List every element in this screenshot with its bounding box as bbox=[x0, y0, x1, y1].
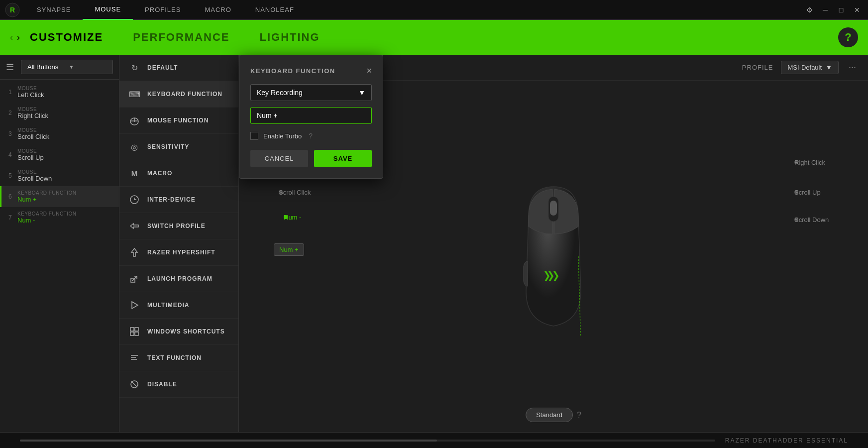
menu-item-label: RAZER HYPERSHIFT bbox=[147, 249, 216, 256]
subnav-lighting[interactable]: LIGHTING bbox=[260, 31, 320, 44]
default-icon bbox=[128, 62, 140, 74]
item-type: MOUSE bbox=[17, 127, 112, 133]
save-button[interactable]: SAVE bbox=[314, 150, 372, 167]
menu-default[interactable]: DEFAULT bbox=[119, 55, 238, 81]
item-label: Scroll Up bbox=[17, 154, 112, 161]
menu-item-label: MULTIMEDIA bbox=[147, 302, 189, 309]
nav-macro[interactable]: MACRO bbox=[193, 0, 243, 20]
menu-macro[interactable]: M MACRO bbox=[119, 160, 238, 187]
item-content: MOUSE Scroll Down bbox=[17, 169, 112, 182]
menu-multimedia[interactable]: MULTIMEDIA bbox=[119, 292, 238, 319]
help-button[interactable]: ? bbox=[838, 27, 858, 47]
item-type: KEYBOARD FUNCTION bbox=[17, 190, 112, 196]
dialog-close-button[interactable]: × bbox=[366, 66, 372, 75]
scrollbar[interactable] bbox=[20, 440, 715, 442]
windows-icon bbox=[128, 326, 140, 337]
svg-rect-11 bbox=[135, 332, 138, 336]
menu-keyboard[interactable]: KEYBOARD FUNCTION bbox=[119, 81, 238, 108]
sidebar-item-4[interactable]: 4 MOUSE Scroll Up bbox=[0, 144, 119, 165]
title-bar: R SYNAPSE MOUSE PROFILES MACRO NANOLEAF … bbox=[0, 0, 868, 20]
sidebar-header: ☰ All Buttons ▼ bbox=[0, 55, 119, 80]
svg-rect-18 bbox=[550, 201, 557, 216]
menu-text-function[interactable]: TEXT FUNCTION bbox=[119, 345, 238, 371]
subnav-customize[interactable]: CUSTOMIZE bbox=[30, 31, 103, 44]
item-number: 4 bbox=[8, 151, 17, 158]
standard-section: Standard ? bbox=[526, 408, 581, 422]
hamburger-icon[interactable]: ☰ bbox=[6, 62, 14, 73]
more-options-button[interactable]: ··· bbox=[849, 62, 856, 73]
menu-windows-shortcuts[interactable]: WINDOWS SHORTCUTS bbox=[119, 319, 238, 345]
sidebar-item-2[interactable]: 2 MOUSE Right Click bbox=[0, 103, 119, 123]
enable-turbo-label: Enable Turbo bbox=[263, 132, 302, 140]
sidebar-item-6[interactable]: 6 KEYBOARD FUNCTION Num + bbox=[0, 186, 119, 207]
svg-rect-9 bbox=[135, 328, 138, 331]
sidebar-item-7[interactable]: 7 KEYBOARD FUNCTION Num - bbox=[0, 207, 119, 228]
keyboard-function-dialog: KEYBOARD FUNCTION × Key Recording ▼ Enab… bbox=[239, 55, 383, 179]
all-buttons-dropdown[interactable]: All Buttons ▼ bbox=[21, 60, 113, 74]
launch-icon bbox=[128, 273, 140, 285]
menu-launch-program[interactable]: LAUNCH PROGRAM bbox=[119, 266, 238, 292]
subnav-performance[interactable]: PERFORMANCE bbox=[133, 31, 229, 44]
item-content: MOUSE Right Click bbox=[17, 107, 112, 119]
sidebar-item-3[interactable]: 3 MOUSE Scroll Click bbox=[0, 123, 119, 144]
num-plus-label: Num + bbox=[274, 247, 278, 251]
dialog-header: KEYBOARD FUNCTION × bbox=[250, 66, 372, 75]
scrollbar-thumb bbox=[20, 440, 437, 442]
menu-disable[interactable]: DISABLE bbox=[119, 371, 238, 398]
minimize-button[interactable]: ─ bbox=[819, 4, 831, 16]
macro-icon: M bbox=[128, 167, 140, 179]
title-bar-nav: SYNAPSE MOUSE PROFILES MACRO NANOLEAF bbox=[25, 0, 803, 20]
scroll-up-text: Scroll Up bbox=[794, 189, 821, 196]
menu-inter-device[interactable]: INTER-DEVICE bbox=[119, 187, 238, 213]
nav-mouse[interactable]: MOUSE bbox=[83, 0, 133, 20]
back-arrow[interactable]: ‹ bbox=[10, 32, 13, 43]
close-button[interactable]: ✕ bbox=[851, 4, 863, 16]
turbo-help-icon[interactable]: ? bbox=[309, 132, 313, 140]
key-recording-dropdown[interactable]: Key Recording ▼ bbox=[250, 84, 372, 101]
text-icon bbox=[128, 352, 140, 364]
item-content: MOUSE Left Click bbox=[17, 86, 112, 99]
razer-logo: R bbox=[5, 2, 20, 17]
standard-button[interactable]: Standard bbox=[526, 408, 573, 422]
sub-nav: ‹ › CUSTOMIZE PERFORMANCE LIGHTING ? bbox=[0, 20, 868, 55]
forward-arrow[interactable]: › bbox=[17, 32, 20, 43]
left-sidebar: ☰ All Buttons ▼ 1 MOUSE Left Click 2 MOU… bbox=[0, 55, 119, 432]
item-label: Num - bbox=[17, 217, 112, 224]
key-input[interactable] bbox=[250, 107, 372, 124]
menu-item-label: WINDOWS SHORTCUTS bbox=[147, 328, 225, 335]
menu-hypershift[interactable]: RAZER HYPERSHIFT bbox=[119, 239, 238, 266]
standard-help-icon[interactable]: ? bbox=[577, 411, 581, 420]
menu-mouse[interactable]: MOUSE FUNCTION bbox=[119, 108, 238, 134]
scroll-click-text: Scroll Click bbox=[279, 189, 311, 196]
enable-turbo-checkbox[interactable] bbox=[250, 132, 258, 140]
item-number: 3 bbox=[8, 130, 17, 137]
scroll-up-label: Scroll Up bbox=[794, 190, 798, 194]
sub-nav-items: CUSTOMIZE PERFORMANCE LIGHTING bbox=[30, 31, 838, 44]
svg-line-16 bbox=[131, 381, 137, 387]
menu-sensitivity[interactable]: SENSITIVITY bbox=[119, 134, 238, 160]
nav-synapse[interactable]: SYNAPSE bbox=[25, 0, 83, 20]
sidebar-item-1[interactable]: 1 MOUSE Left Click bbox=[0, 82, 119, 103]
sidebar-item-5[interactable]: 5 MOUSE Scroll Down bbox=[0, 165, 119, 186]
svg-marker-7 bbox=[132, 302, 138, 309]
menu-item-label: MOUSE FUNCTION bbox=[147, 117, 209, 124]
item-label: Right Click bbox=[17, 112, 112, 119]
item-type: MOUSE bbox=[17, 148, 112, 154]
item-number: 6 bbox=[8, 193, 17, 200]
nav-profiles[interactable]: PROFILES bbox=[133, 0, 193, 20]
settings-button[interactable]: ⚙ bbox=[803, 4, 815, 16]
profile-dropdown[interactable]: MSI-Default ▼ bbox=[781, 61, 839, 74]
menu-switch-profile[interactable]: SWITCH PROFILE bbox=[119, 213, 238, 239]
nav-nanoleaf[interactable]: NANOLEAF bbox=[243, 0, 306, 20]
inter-device-icon bbox=[128, 194, 140, 206]
item-label: Scroll Click bbox=[17, 133, 112, 140]
item-number: 1 bbox=[8, 89, 17, 96]
bottom-bar: RAZER DEATHADDER ESSENTIAL bbox=[0, 432, 868, 448]
maximize-button[interactable]: □ bbox=[835, 4, 847, 16]
dropdown-arrow-icon: ▼ bbox=[69, 64, 107, 70]
main-content: ☰ All Buttons ▼ 1 MOUSE Left Click 2 MOU… bbox=[0, 55, 868, 432]
scroll-down-label: Scroll Down bbox=[794, 218, 798, 222]
dropdown-chevron-icon: ▼ bbox=[358, 89, 365, 97]
cancel-button[interactable]: CANCEL bbox=[250, 150, 308, 167]
button-list: 1 MOUSE Left Click 2 MOUSE Right Click 3… bbox=[0, 80, 119, 230]
